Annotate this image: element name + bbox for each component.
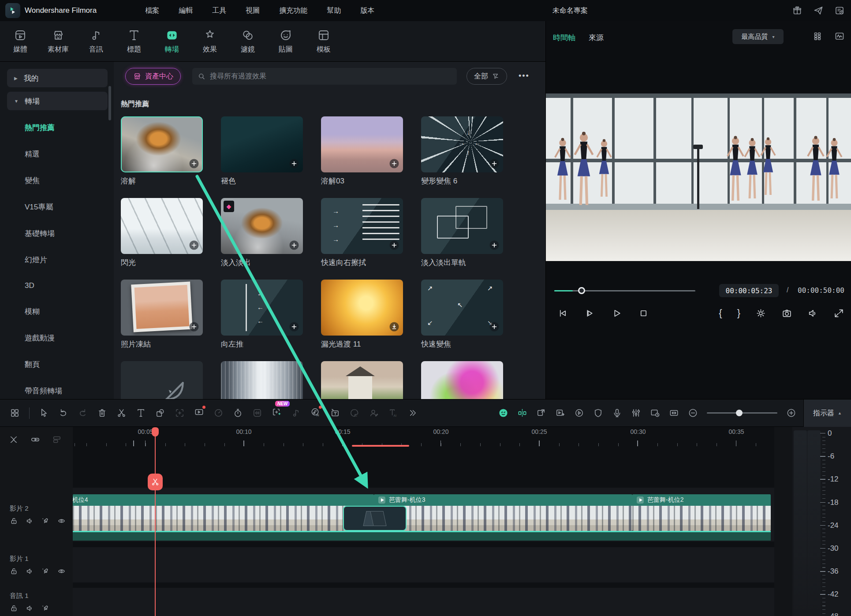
sidebar-scrollbar[interactable] xyxy=(108,86,111,120)
applied-transition-clip[interactable] xyxy=(343,506,407,531)
sidebar-item-slideshow[interactable]: 幻燈片 xyxy=(0,252,114,268)
ai-text-icon[interactable] xyxy=(388,408,398,418)
transition-item[interactable]: 淡入淡出單軌 xyxy=(421,198,503,268)
share-plane-icon[interactable] xyxy=(813,5,824,16)
transition-thumbnail[interactable] xyxy=(321,361,403,399)
zoom-out-icon[interactable] xyxy=(688,408,698,418)
zoom-slider-handle[interactable] xyxy=(736,410,743,416)
ai-paint-icon[interactable] xyxy=(349,408,359,418)
sidebar-item-blur[interactable]: 模糊 xyxy=(0,304,114,319)
tab-stock[interactable]: 素材庫 xyxy=(44,29,72,54)
menu-view[interactable]: 視圖 xyxy=(246,6,260,15)
transition-thumbnail[interactable] xyxy=(221,116,303,172)
sidebar-item-zoom[interactable]: 變焦 xyxy=(0,173,114,188)
transition-thumbnail[interactable] xyxy=(421,361,503,399)
gift-icon[interactable] xyxy=(792,5,802,16)
tab-titles[interactable]: 標題 xyxy=(120,29,148,54)
add-transition-icon[interactable] xyxy=(489,321,500,332)
mark-in-button[interactable]: { xyxy=(719,307,722,319)
add-transition-icon[interactable] xyxy=(389,240,399,250)
voice-enhance-icon[interactable] xyxy=(41,517,50,525)
sidebar-item-basic[interactable]: 基礎轉場 xyxy=(0,226,114,241)
previous-frame-button[interactable] xyxy=(557,308,568,319)
lock-track-icon[interactable] xyxy=(10,567,18,575)
select-cursor-icon[interactable] xyxy=(39,408,49,418)
menu-tools[interactable]: 工具 xyxy=(212,6,226,15)
add-transition-icon[interactable] xyxy=(289,240,299,250)
audio-denoise-icon[interactable] xyxy=(252,408,262,418)
timeline-clip[interactable]: 芭蕾舞-机位2 xyxy=(632,494,771,531)
transition-thumbnail[interactable]: ↗ ↗ ↙ ↘ ↖ xyxy=(421,280,503,336)
tab-media[interactable]: 媒體 xyxy=(6,29,34,54)
sidebar-group-mine[interactable]: ▶ 我的 xyxy=(7,69,108,87)
export-clip-icon[interactable] xyxy=(536,408,546,418)
export-queue-icon[interactable] xyxy=(834,5,845,16)
next-frame-button[interactable] xyxy=(584,308,595,319)
sidebar-item-with-audio[interactable]: 帶音頻轉場 xyxy=(0,383,114,399)
preview-tab-source[interactable]: 來源 xyxy=(589,33,604,43)
transition-thumbnail[interactable] xyxy=(321,116,403,172)
add-transition-icon[interactable] xyxy=(389,158,399,169)
smart-edit-icon[interactable] xyxy=(272,407,282,417)
sidebar-item-3d[interactable]: 3D xyxy=(0,279,114,293)
speech-to-text-icon[interactable] xyxy=(330,408,340,418)
redo-icon[interactable] xyxy=(78,408,88,418)
voiceover-mic-icon[interactable] xyxy=(612,408,622,418)
add-transition-icon[interactable] xyxy=(489,240,500,250)
filter-all-button[interactable]: 全部 xyxy=(467,68,507,85)
transition-item[interactable]: 漏光過渡 11 xyxy=(321,280,403,349)
volume-icon[interactable] xyxy=(807,308,818,319)
asset-center-button[interactable]: 資產中心 xyxy=(125,68,181,85)
fullscreen-icon[interactable] xyxy=(833,308,844,319)
add-transition-icon[interactable] xyxy=(189,321,199,332)
video-preview[interactable] xyxy=(546,93,851,261)
filmora-logo-icon[interactable] xyxy=(5,3,20,18)
add-transition-icon[interactable] xyxy=(289,158,299,169)
screen-record-icon[interactable] xyxy=(194,407,204,417)
transition-thumbnail[interactable]: → → → xyxy=(321,198,403,254)
transition-item[interactable]: 閃光 xyxy=(121,198,203,268)
add-transition-icon[interactable] xyxy=(189,240,199,250)
seek-handle[interactable] xyxy=(578,287,585,294)
voice-enhance-icon[interactable] xyxy=(41,604,50,612)
link-clips-icon[interactable] xyxy=(30,435,40,444)
sidebar-group-transitions[interactable]: ▼ 轉場 xyxy=(7,92,108,110)
search-bar[interactable] xyxy=(192,68,457,85)
track-layout-icon[interactable] xyxy=(10,408,20,418)
mute-track-icon[interactable] xyxy=(26,517,34,525)
tab-templates[interactable]: 模板 xyxy=(310,29,338,54)
audio-track-1-row[interactable] xyxy=(0,588,774,616)
timeline-vertical-scrollbar[interactable] xyxy=(774,427,792,616)
menu-version[interactable]: 版本 xyxy=(360,6,374,15)
tab-stickers[interactable]: 貼圖 xyxy=(272,29,300,54)
undo-icon[interactable] xyxy=(58,408,68,418)
indicator-dropdown[interactable]: 指示器 ▲ xyxy=(803,399,851,427)
transition-thumbnail[interactable] xyxy=(221,361,303,399)
preview-render-icon[interactable] xyxy=(574,408,584,418)
play-button[interactable] xyxy=(611,308,622,319)
transition-item[interactable]: 故障區塊 xyxy=(421,361,503,399)
add-text-icon[interactable] xyxy=(136,408,146,418)
voice-enhance-icon[interactable] xyxy=(41,567,50,575)
transition-item[interactable]: ↓ → ← ↑ 變形變焦 6 xyxy=(421,116,503,186)
split-scissors-icon[interactable] xyxy=(116,408,127,418)
download-transition-icon[interactable] xyxy=(389,321,399,332)
transition-item[interactable]: 照片凍結 xyxy=(121,280,203,349)
duration-timer-icon[interactable] xyxy=(233,408,243,418)
hide-track-icon[interactable] xyxy=(57,517,66,525)
track-manager-icon[interactable] xyxy=(52,435,62,444)
more-options-button[interactable]: ••• xyxy=(519,71,530,81)
stop-button[interactable] xyxy=(638,308,649,319)
fit-timeline-icon[interactable] xyxy=(669,408,679,418)
menu-file[interactable]: 檔案 xyxy=(145,6,159,15)
transition-item[interactable]: 擦除 xyxy=(321,361,403,399)
search-input[interactable] xyxy=(210,72,452,80)
transition-thumbnail[interactable] xyxy=(121,361,203,399)
ai-portrait-icon[interactable] xyxy=(369,408,379,418)
transition-thumbnail[interactable] xyxy=(121,198,203,254)
render-preview-clock-icon[interactable] xyxy=(650,408,660,418)
zoom-in-icon[interactable] xyxy=(786,408,796,418)
transition-item[interactable]: 溶解 xyxy=(121,116,203,186)
playhead-line[interactable] xyxy=(155,427,156,616)
ai-mask-face-icon[interactable] xyxy=(498,408,508,418)
